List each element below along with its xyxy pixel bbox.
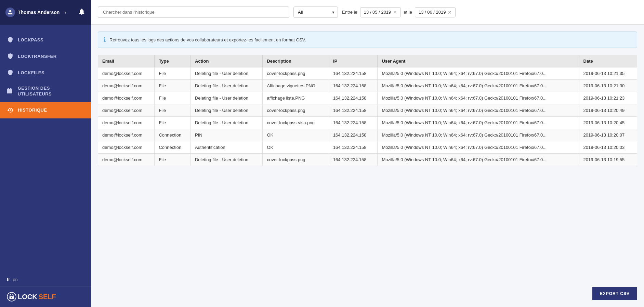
cell-4: 164.132.224.158	[329, 67, 378, 80]
date-range: Entre le 13 / 05 / 2019 ✕ et le 13 / 06 …	[342, 7, 456, 17]
date-from-input[interactable]: 13 / 05 / 2019 ✕	[360, 7, 401, 17]
lockself-logo-self: SELF	[39, 293, 56, 301]
cell-5: Mozilla/5.0 (Windows NT 10.0; Win64; x64…	[378, 104, 579, 117]
lang-fr[interactable]: fr	[7, 277, 10, 282]
date-to-value: 13 / 06 / 2019	[419, 10, 446, 15]
locktransfer-label: LOCKTRANSFER	[18, 54, 57, 59]
sidebar-footer: LOCKSELF	[0, 286, 91, 307]
col-action: Action	[190, 55, 263, 67]
lockself-logo-icon	[7, 292, 16, 302]
main-content: All File Connection ▼ Entre le 13 / 05 /…	[91, 0, 644, 307]
cell-2: Deleting file - User deletion	[190, 104, 263, 117]
cell-2: PIN	[190, 129, 263, 141]
type-select[interactable]: All File Connection	[293, 7, 338, 18]
cell-1: Connection	[155, 141, 191, 154]
cell-2: Deleting file - User deletion	[190, 80, 263, 92]
table-body: demo@lockself.comFileDeleting file - Use…	[98, 67, 637, 166]
cell-2: Deleting file - User deletion	[190, 154, 263, 166]
notifications-bell-icon[interactable]	[78, 8, 86, 17]
type-select-wrap: All File Connection ▼	[293, 7, 338, 18]
sidebar-item-lockpass[interactable]: LOCKPASS	[0, 31, 91, 48]
date-from-clear-icon[interactable]: ✕	[393, 10, 397, 15]
cell-5: Mozilla/5.0 (Windows NT 10.0; Win64; x64…	[378, 92, 579, 104]
cell-4: 164.132.224.158	[329, 141, 378, 154]
sidebar-item-locktransfer[interactable]: LOCKTRANSFER	[0, 48, 91, 64]
cell-3: OK	[263, 141, 329, 154]
sidebar: Thomas Anderson ▼ LOCKPASS	[0, 0, 91, 307]
sidebar-item-lockfiles[interactable]: LOCKFILES	[0, 64, 91, 81]
date-to-clear-icon[interactable]: ✕	[448, 10, 452, 15]
cell-2: Deleting file - User deletion	[190, 92, 263, 104]
lang-en[interactable]: en	[13, 277, 17, 282]
table-row: demo@lockself.comConnectionAuthentificat…	[98, 141, 637, 154]
cell-0: demo@lockself.com	[98, 67, 155, 80]
cell-5: Mozilla/5.0 (Windows NT 10.0; Win64; x64…	[378, 141, 579, 154]
col-type: Type	[155, 55, 191, 67]
col-description: Description	[263, 55, 329, 67]
historique-label: HISTORIQUE	[18, 107, 47, 113]
cell-5: Mozilla/5.0 (Windows NT 10.0; Win64; x64…	[378, 117, 579, 129]
locktransfer-icon	[7, 53, 14, 60]
cell-1: File	[155, 67, 191, 80]
gestion-label: GESTION DES UTILISATEURS	[18, 86, 84, 97]
sidebar-navigation: LOCKPASS LOCKTRANSFER LOCKFILES	[0, 25, 91, 273]
date-to-input[interactable]: 13 / 06 / 2019 ✕	[415, 7, 456, 17]
search-wrap	[98, 7, 289, 18]
sidebar-item-historique[interactable]: HISTORIQUE	[0, 102, 91, 118]
cell-6: 2019-06-13 10:20:07	[579, 129, 637, 141]
lockself-logo-lock: LOCK	[18, 293, 37, 301]
cell-4: 164.132.224.158	[329, 154, 378, 166]
cell-6: 2019-06-13 10:21:35	[579, 67, 637, 80]
gestion-icon	[7, 88, 14, 95]
table-row: demo@lockself.comFileDeleting file - Use…	[98, 154, 637, 166]
export-csv-button[interactable]: EXPORT CSV	[592, 287, 637, 300]
date-between-label: Entre le	[342, 10, 357, 15]
lockfiles-label: LOCKFILES	[18, 70, 44, 75]
table-row: demo@lockself.comConnectionPINOK164.132.…	[98, 129, 637, 141]
sidebar-header: Thomas Anderson ▼	[0, 0, 91, 25]
cell-5: Mozilla/5.0 (Windows NT 10.0; Win64; x64…	[378, 129, 579, 141]
svg-point-2	[11, 297, 12, 298]
info-banner: ℹ Retrouvez tous les logs des actions de…	[98, 31, 637, 48]
cell-0: demo@lockself.com	[98, 141, 155, 154]
content-area: ℹ Retrouvez tous les logs des actions de…	[91, 25, 644, 307]
cell-3: affichage liste.PNG	[263, 92, 329, 104]
cell-6: 2019-06-13 10:20:45	[579, 117, 637, 129]
info-icon: ℹ	[104, 36, 106, 43]
cell-3: OK	[263, 129, 329, 141]
cell-5: Mozilla/5.0 (Windows NT 10.0; Win64; x64…	[378, 80, 579, 92]
cell-6: 2019-06-13 10:21:30	[579, 80, 637, 92]
col-ip: IP	[329, 55, 378, 67]
cell-1: File	[155, 104, 191, 117]
sidebar-item-gestion[interactable]: GESTION DES UTILISATEURS	[0, 81, 91, 102]
col-email: Email	[98, 55, 155, 67]
lockself-logo: LOCKSELF	[7, 292, 84, 302]
cell-4: 164.132.224.158	[329, 129, 378, 141]
cell-6: 2019-06-13 10:21:23	[579, 92, 637, 104]
cell-3: cover-lockpass.png	[263, 104, 329, 117]
cell-6: 2019-06-13 10:20:03	[579, 141, 637, 154]
cell-2: Deleting file - User deletion	[190, 67, 263, 80]
col-date: Date	[579, 55, 637, 67]
user-dropdown-arrow: ▼	[64, 11, 67, 14]
lockpass-label: LOCKPASS	[18, 37, 43, 42]
table-row: demo@lockself.comFileDeleting file - Use…	[98, 92, 637, 104]
user-name: Thomas Anderson	[18, 10, 60, 15]
lockfiles-icon	[7, 69, 14, 76]
historique-icon	[7, 107, 14, 114]
cell-4: 164.132.224.158	[329, 92, 378, 104]
cell-5: Mozilla/5.0 (Windows NT 10.0; Win64; x64…	[378, 67, 579, 80]
history-table: Email Type Action Description IP User Ag…	[98, 55, 637, 166]
search-input[interactable]	[98, 7, 289, 18]
col-user-agent: User Agent	[378, 55, 579, 67]
user-menu[interactable]: Thomas Anderson ▼	[5, 8, 67, 17]
cell-1: File	[155, 92, 191, 104]
cell-0: demo@lockself.com	[98, 154, 155, 166]
user-avatar-icon	[5, 8, 15, 17]
topbar: All File Connection ▼ Entre le 13 / 05 /…	[91, 0, 644, 25]
cell-2: Deleting file - User deletion	[190, 117, 263, 129]
cell-0: demo@lockself.com	[98, 129, 155, 141]
cell-2: Authentification	[190, 141, 263, 154]
cell-0: demo@lockself.com	[98, 80, 155, 92]
table-row: demo@lockself.comFileDeleting file - Use…	[98, 104, 637, 117]
